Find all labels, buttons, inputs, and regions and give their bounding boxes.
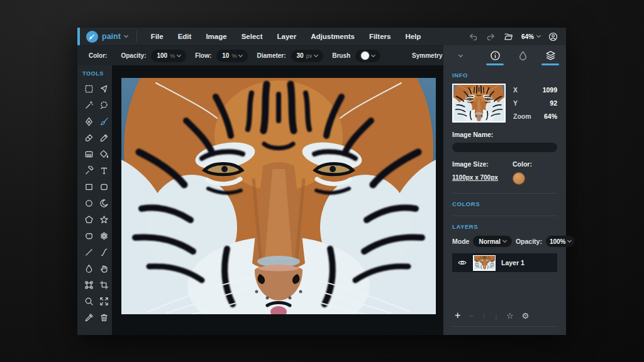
- menu-adjustments[interactable]: Adjustments: [311, 33, 355, 40]
- image-size-link[interactable]: 1100px x 700px: [452, 174, 498, 181]
- layer-row[interactable]: Layer 1: [452, 253, 557, 272]
- account-icon[interactable]: [548, 32, 558, 41]
- menu-layer[interactable]: Layer: [277, 33, 297, 40]
- tool-zoom[interactable]: [82, 293, 96, 309]
- active-tab-underline: [541, 63, 559, 65]
- chevron-down-icon: [536, 33, 541, 38]
- paint-app-window: paint FileEditImageSelectLayerAdjustment…: [77, 28, 566, 335]
- tool-rectangle[interactable]: [82, 178, 96, 195]
- app-logo[interactable]: paint: [80, 28, 136, 45]
- tool-magic-wand[interactable]: [82, 97, 96, 113]
- brush-preview-icon: [361, 52, 369, 60]
- layer-settings-icon[interactable]: ⚙: [522, 312, 530, 320]
- tool-flower[interactable]: [97, 228, 111, 244]
- menu-image[interactable]: Image: [206, 33, 226, 40]
- tool-blur-drop[interactable]: [82, 260, 96, 277]
- brush-select[interactable]: [355, 50, 380, 62]
- tool-star[interactable]: [97, 211, 111, 228]
- info-icon: [490, 50, 501, 61]
- flow-select[interactable]: 10%: [216, 50, 248, 62]
- curve-icon: [99, 248, 109, 257]
- tool-curve[interactable]: [97, 244, 111, 260]
- tool-expand[interactable]: [97, 293, 111, 309]
- undo-icon[interactable]: [469, 32, 478, 41]
- mode-label: Mode: [452, 238, 469, 245]
- menu-help[interactable]: Help: [405, 33, 421, 40]
- divider: [452, 216, 557, 216]
- blend-mode-select[interactable]: Normal: [473, 236, 511, 247]
- visibility-eye-icon[interactable]: [457, 258, 467, 268]
- layers-list: Layer 1: [452, 253, 557, 272]
- layers-icon: [545, 50, 556, 61]
- tool-blob[interactable]: [82, 228, 96, 244]
- tool-pointer[interactable]: [97, 80, 111, 97]
- chevron-down-icon: [177, 52, 181, 57]
- tool-text[interactable]: [97, 162, 111, 178]
- layer-thumbnail: [473, 255, 496, 271]
- stamp-icon: [84, 150, 94, 159]
- diameter-label: Diameter:: [257, 52, 286, 59]
- roller-icon: [84, 166, 94, 175]
- app-name: paint: [102, 32, 121, 41]
- image-name-label: Image Name:: [452, 131, 557, 138]
- canvas-image[interactable]: [121, 78, 436, 314]
- layer-opacity-select[interactable]: 100%: [546, 236, 575, 247]
- zoom-select[interactable]: 64%: [521, 33, 540, 40]
- line-icon: [84, 248, 94, 257]
- tool-pentagon[interactable]: [82, 211, 96, 228]
- crescent-icon: [99, 199, 109, 208]
- layers-header[interactable]: LAYERS: [452, 223, 557, 230]
- colors-header[interactable]: COLORS: [452, 200, 557, 207]
- tool-hand[interactable]: [97, 260, 111, 277]
- tool-pen[interactable]: [82, 113, 96, 129]
- redo-icon[interactable]: [486, 32, 496, 41]
- remove-layer-icon: −: [469, 312, 474, 320]
- text-icon: [99, 166, 109, 175]
- diameter-select[interactable]: 30px: [291, 50, 324, 62]
- menu-file[interactable]: File: [151, 33, 164, 40]
- image-name-input[interactable]: [452, 143, 557, 152]
- tool-crop[interactable]: [97, 277, 111, 293]
- magic-wand-icon: [84, 101, 94, 110]
- chevron-down-icon: [238, 52, 243, 57]
- chevron-down-icon: [567, 238, 572, 243]
- tool-marquee-select[interactable]: [82, 80, 96, 97]
- info-header: INFO: [452, 72, 557, 79]
- tool-roller[interactable]: [82, 162, 96, 178]
- tool-trash[interactable]: [97, 309, 111, 326]
- tab-layers[interactable]: [540, 45, 561, 65]
- pointer-icon: [99, 84, 109, 94]
- tool-rounded-rectangle[interactable]: [97, 178, 111, 195]
- image-preview-thumbnail: [452, 84, 506, 123]
- tool-options-bar: Color: Opacity: 100% Flow: 10% Diameter:…: [77, 45, 443, 65]
- tool-eyedropper[interactable]: [82, 309, 96, 326]
- panel-color-swatch[interactable]: [513, 172, 525, 185]
- add-layer-icon[interactable]: +: [455, 310, 460, 321]
- menu-select[interactable]: Select: [242, 33, 263, 40]
- tool-brush[interactable]: [97, 113, 111, 129]
- layer-actions-block: +−↑↓☆⚙: [452, 310, 557, 329]
- menu-filters[interactable]: Filters: [369, 33, 391, 40]
- tool-stamp[interactable]: [82, 146, 96, 162]
- tool-fill[interactable]: [97, 146, 111, 162]
- tools-header: TOOLS: [82, 70, 110, 77]
- canvas-area[interactable]: [112, 65, 443, 335]
- tools-grid: [82, 80, 110, 326]
- favorite-layer-icon[interactable]: ☆: [506, 312, 514, 320]
- tab-info[interactable]: [484, 45, 506, 65]
- pentagon-icon: [84, 215, 94, 224]
- open-folder-icon[interactable]: [504, 32, 513, 41]
- tool-pencil[interactable]: [97, 129, 111, 146]
- tab-water[interactable]: [512, 45, 533, 65]
- tools-panel: TOOLS: [77, 65, 112, 335]
- tool-ellipse[interactable]: [82, 195, 96, 211]
- divider: [452, 193, 557, 194]
- menu-edit[interactable]: Edit: [178, 33, 192, 40]
- menu-bar-container: paint FileEditImageSelectLayerAdjustment…: [77, 28, 566, 45]
- tool-crescent[interactable]: [97, 195, 111, 211]
- tool-line[interactable]: [82, 244, 96, 260]
- tool-transform[interactable]: [82, 277, 96, 293]
- tool-lasso[interactable]: [97, 97, 111, 113]
- tool-eraser[interactable]: [82, 129, 96, 146]
- opacity-select[interactable]: 100%: [151, 50, 186, 62]
